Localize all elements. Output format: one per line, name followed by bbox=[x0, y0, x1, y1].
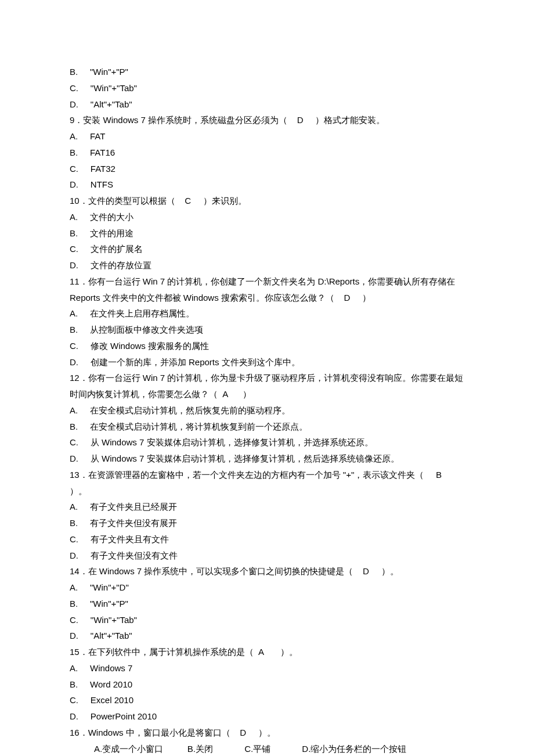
option-line: D. 文件的存放位置 bbox=[70, 257, 464, 273]
option-line: A. Windows 7 bbox=[70, 660, 464, 676]
option-line: C. Excel 2010 bbox=[70, 692, 464, 708]
option-line: C. 有子文件夹且有文件 bbox=[70, 531, 464, 548]
option-line: C. FAT32 bbox=[70, 161, 464, 177]
option-line: A. FAT bbox=[70, 128, 464, 145]
option-line: D. 从 Windows 7 安装媒体启动计算机，选择修复计算机，然后选择系统镜… bbox=[70, 451, 464, 467]
option-line: C. "Win"+"Tab" bbox=[70, 80, 464, 96]
option-line: A. 在文件夹上启用存档属性。 bbox=[70, 305, 464, 322]
document-body: B. "Win"+"P"C. "Win"+"Tab"D. "Alt"+"Tab"… bbox=[70, 64, 464, 756]
option-line: C. 从 Windows 7 安装媒体启动计算机，选择修复计算机，并选择系统还原… bbox=[70, 434, 464, 451]
option-line: B. 有子文件夹但没有展开 bbox=[70, 515, 464, 531]
option-line: D. 创建一个新的库，并添加 Reports 文件夹到这个库中。 bbox=[70, 354, 464, 370]
question-line: 9．安装 Windows 7 操作系统时，系统磁盘分区必须为（ D ）格式才能安… bbox=[70, 112, 464, 128]
question-line: 15．在下列软件中，属于计算机操作系统的是（ A ）。 bbox=[70, 644, 464, 660]
inline-options: A.变成一个小窗口 B.关闭 C.平铺 D.缩小为任务栏的一个按钮 bbox=[70, 741, 464, 757]
option-line: B. Word 2010 bbox=[70, 676, 464, 693]
option-line: D. 有子文件夹但没有文件 bbox=[70, 548, 464, 564]
option-line: A. 有子文件夹且已经展开 bbox=[70, 499, 464, 515]
option-line: A. 在安全模式启动计算机，然后恢复先前的驱动程序。 bbox=[70, 402, 464, 419]
option-line: B. 从控制面板中修改文件夹选项 bbox=[70, 322, 464, 338]
option-line: D. NTFS bbox=[70, 177, 464, 193]
question-line: 12．你有一台运行 Win 7 的计算机，你为显卡升级了驱动程序后，计算机变得没… bbox=[70, 370, 464, 402]
option-line: A. "Win"+"D" bbox=[70, 579, 464, 596]
option-line: C. 文件的扩展名 bbox=[70, 241, 464, 257]
option-line: B. 在安全模式启动计算机，将计算机恢复到前一个还原点。 bbox=[70, 419, 464, 435]
option-line: D. PowerPoint 2010 bbox=[70, 708, 464, 725]
option-line: B. "Win"+"P" bbox=[70, 64, 464, 80]
option-line: D. "Alt"+"Tab" bbox=[70, 96, 464, 113]
option-line: A. 文件的大小 bbox=[70, 209, 464, 225]
question-line: 10．文件的类型可以根据（ C ）来识别。 bbox=[70, 193, 464, 209]
question-line: 16．Windows 中，窗口最小化是将窗口（ D ）。 bbox=[70, 725, 464, 741]
option-line: D. "Alt"+"Tab" bbox=[70, 628, 464, 644]
question-line: 14．在 Windows 7 操作系统中，可以实现多个窗口之间切换的快捷键是（ … bbox=[70, 563, 464, 579]
option-line: B. 文件的用途 bbox=[70, 225, 464, 242]
question-line: 11．你有一台运行 Win 7 的计算机，你创建了一个新文件夹名为 D:\Rep… bbox=[70, 273, 464, 306]
option-line: B. "Win"+"P" bbox=[70, 596, 464, 612]
option-line: C. "Win"+"Tab" bbox=[70, 612, 464, 628]
question-line: 13．在资源管理器的左窗格中，若一个文件夹左边的方框内有一个加号 "+"，表示该… bbox=[70, 467, 464, 499]
option-line: B. FAT16 bbox=[70, 145, 464, 161]
option-line: C. 修改 Windows 搜索服务的属性 bbox=[70, 338, 464, 354]
